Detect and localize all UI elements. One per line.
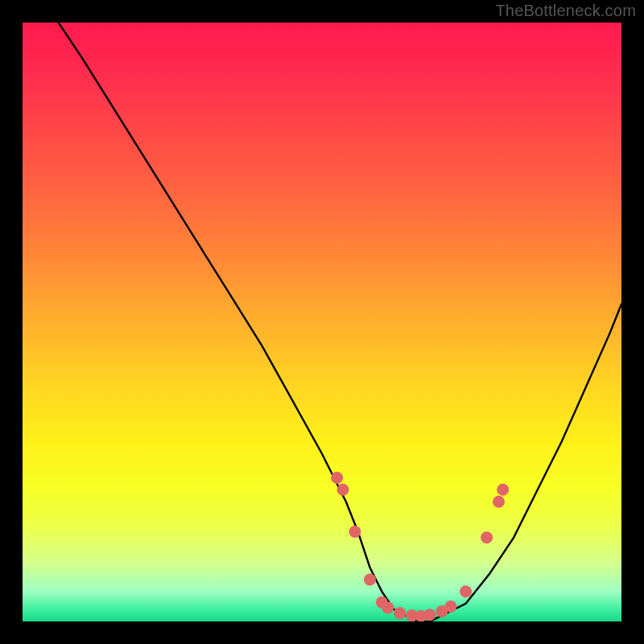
chart-frame: TheBottleneck.com — [0, 0, 644, 644]
watermark-text: TheBottleneck.com — [495, 2, 636, 20]
bottleneck-curve — [59, 23, 621, 621]
curve-marker — [445, 601, 457, 613]
curve-marker — [497, 484, 509, 496]
curve-marker — [331, 472, 343, 484]
curve-marker — [481, 531, 493, 543]
curve-marker — [423, 609, 436, 621]
curve-marker — [394, 607, 406, 619]
curve-marker — [382, 601, 394, 613]
curve-marker — [460, 585, 472, 597]
curve-marker — [364, 573, 376, 585]
curve-marker — [493, 496, 505, 508]
curve-marker — [337, 484, 349, 496]
curve-markers — [331, 472, 509, 621]
curve-marker — [349, 526, 361, 538]
curve-layer — [23, 23, 621, 621]
plot-area — [23, 23, 621, 621]
